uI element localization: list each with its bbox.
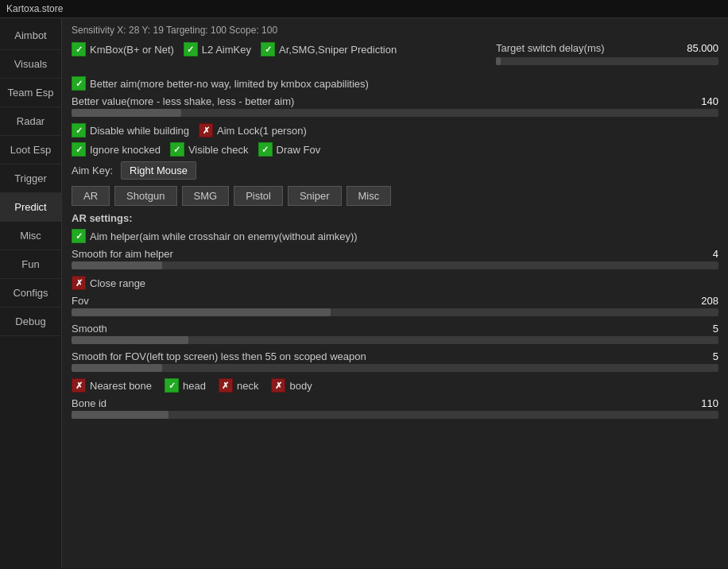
ignore-knocked-check-icon: ✓ xyxy=(72,142,86,157)
target-switch-label: Target switch delay(ms) xyxy=(496,42,605,54)
aim-lock-check-icon: ✗ xyxy=(199,123,213,137)
target-switch-slider-track[interactable] xyxy=(496,57,718,65)
better-value-slider-track[interactable] xyxy=(72,109,718,117)
nearest-bone-checkbox[interactable]: ✗ Nearest bone xyxy=(72,378,152,393)
ar-settings-title: AR settings: xyxy=(72,212,718,224)
aim-lock-checkbox[interactable]: ✗ Aim Lock(1 person) xyxy=(199,123,307,137)
aim-key-badge[interactable]: Right Mouse xyxy=(121,161,196,180)
smooth-aim-helper-value: 4 xyxy=(687,248,718,260)
kmbox-check-icon: ✓ xyxy=(72,42,86,56)
sidebar-item-trigger[interactable]: Trigger xyxy=(0,165,61,193)
weapon-sniper-button[interactable]: Sniper xyxy=(288,186,342,206)
head-check-icon: ✓ xyxy=(165,378,179,393)
better-value-value: 140 xyxy=(687,95,718,107)
weapon-buttons: AR Shotgun SMG Pistol Sniper Misc xyxy=(72,186,718,206)
smooth-fov-label: Smooth for FOV(left top screen) less the… xyxy=(72,350,366,362)
aim-helper-checkbox[interactable]: ✓ Aim helper(aim while crosshair on enem… xyxy=(72,229,358,243)
sidebar-item-team-esp[interactable]: Team Esp xyxy=(0,79,61,107)
better-aim-checkbox[interactable]: ✓ Better aim(more better-no way, limited… xyxy=(72,76,369,91)
title-text: Kartoxa.store xyxy=(6,3,63,14)
target-switch-value: 85.000 xyxy=(687,42,718,54)
bone-id-label: Bone id xyxy=(72,397,106,409)
smooth-label: Smooth xyxy=(72,323,107,335)
bone-selection-row: ✗ Nearest bone ✓ head ✗ neck ✗ body xyxy=(72,378,718,393)
neck-check-icon: ✗ xyxy=(219,378,233,393)
ignore-knocked-checkbox[interactable]: ✓ Ignore knocked xyxy=(72,142,161,157)
draw-fov-check-icon: ✓ xyxy=(258,142,273,157)
main-content: Sensitivity X: 28 Y: 19 Targeting: 100 S… xyxy=(62,18,728,568)
smooth-aim-helper-slider-track[interactable] xyxy=(72,261,718,269)
bone-id-slider-fill xyxy=(72,411,168,419)
smooth-value: 5 xyxy=(687,323,718,335)
bone-id-slider-track[interactable] xyxy=(72,411,718,419)
close-range-check-icon: ✗ xyxy=(72,276,86,290)
nearest-bone-check-icon: ✗ xyxy=(72,378,86,393)
smooth-fov-slider-track[interactable] xyxy=(72,364,718,372)
smooth-slider-fill xyxy=(72,336,188,344)
sidebar: Aimbot Visuals Team Esp Radar Loot Esp T… xyxy=(0,18,62,568)
kmbox-checkbox[interactable]: ✓ KmBox(B+ or Net) xyxy=(72,42,174,56)
weapon-pistol-button[interactable]: Pistol xyxy=(234,186,283,206)
neck-checkbox[interactable]: ✗ neck xyxy=(219,378,258,393)
sidebar-item-debug[interactable]: Debug xyxy=(0,308,61,336)
smooth-slider-track[interactable] xyxy=(72,336,718,344)
smooth-aim-helper-label: Smooth for aim helper xyxy=(72,248,173,260)
sidebar-item-aimbot[interactable]: Aimbot xyxy=(0,21,61,50)
fov-slider-track[interactable] xyxy=(72,308,718,316)
better-value-label: Better value(more - less shake, less - b… xyxy=(72,95,294,107)
better-aim-check-icon: ✓ xyxy=(72,76,86,91)
better-value-slider-fill xyxy=(72,109,181,117)
l2aimkey-checkbox[interactable]: ✓ L2 AimKey xyxy=(184,42,251,56)
aim-key-row: Aim Key: Right Mouse xyxy=(72,161,718,180)
body-check-icon: ✗ xyxy=(271,378,285,393)
sidebar-item-predict[interactable]: Predict xyxy=(0,193,61,222)
target-switch-slider-fill xyxy=(496,57,501,65)
aim-helper-check-icon: ✓ xyxy=(72,229,86,243)
weapon-misc-button[interactable]: Misc xyxy=(347,186,392,206)
smooth-fov-slider-fill xyxy=(72,364,162,372)
close-range-checkbox[interactable]: ✗ Close range xyxy=(72,276,145,290)
sidebar-item-radar[interactable]: Radar xyxy=(0,107,61,136)
draw-fov-checkbox[interactable]: ✓ Draw Fov xyxy=(258,142,321,157)
smooth-aim-helper-slider-fill xyxy=(72,261,162,269)
weapon-shotgun-button[interactable]: Shotgun xyxy=(114,186,176,206)
bone-id-value: 110 xyxy=(687,397,718,409)
disable-building-check-icon: ✓ xyxy=(72,123,86,137)
status-bar: Sensitivity X: 28 Y: 19 Targeting: 100 S… xyxy=(72,25,718,36)
weapon-ar-button[interactable]: AR xyxy=(72,186,110,206)
fov-value: 208 xyxy=(687,295,718,307)
sidebar-item-visuals[interactable]: Visuals xyxy=(0,50,61,79)
aim-key-label: Aim Key: xyxy=(72,165,113,176)
sidebar-item-configs[interactable]: Configs xyxy=(0,279,61,308)
ar-smg-check-icon: ✓ xyxy=(261,42,275,56)
title-bar: Kartoxa.store xyxy=(0,0,728,18)
disable-while-building-checkbox[interactable]: ✓ Disable while building xyxy=(72,123,189,137)
visible-check-icon: ✓ xyxy=(170,142,184,157)
weapon-smg-button[interactable]: SMG xyxy=(182,186,230,206)
ar-smg-sniper-checkbox[interactable]: ✓ Ar,SMG,Sniper Prediction xyxy=(261,42,397,56)
head-checkbox[interactable]: ✓ head xyxy=(165,378,206,393)
l2aimkey-check-icon: ✓ xyxy=(184,42,198,56)
fov-slider-fill xyxy=(72,308,331,316)
fov-label: Fov xyxy=(72,295,89,307)
smooth-fov-value: 5 xyxy=(687,350,718,362)
sidebar-item-fun[interactable]: Fun xyxy=(0,250,61,279)
sidebar-item-loot-esp[interactable]: Loot Esp xyxy=(0,136,61,165)
sidebar-item-misc[interactable]: Misc xyxy=(0,222,61,250)
visible-check-checkbox[interactable]: ✓ Visible check xyxy=(170,142,249,157)
body-checkbox[interactable]: ✗ body xyxy=(271,378,312,393)
